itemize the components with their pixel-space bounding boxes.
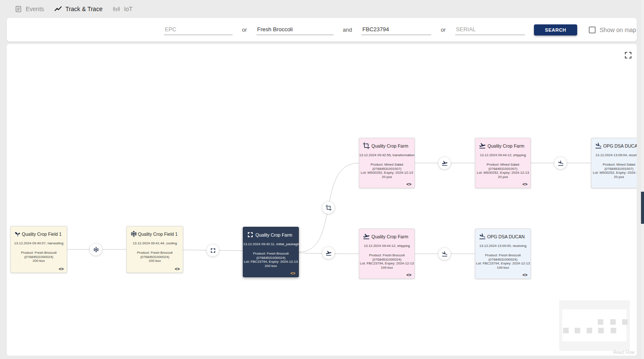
flow-node-initial-packaging[interactable]: Quality Crop Farm 13.12.2024 09:42:11, i… (243, 227, 299, 277)
vertical-scrollbar (641, 0, 644, 359)
node-title: OPG DSA DUCAN (481, 234, 525, 239)
react-flow-attribution[interactable]: React Flow (613, 350, 635, 355)
product-input[interactable] (256, 25, 334, 35)
minimap-node (587, 328, 592, 333)
node-title: Quality Crop Farm (366, 234, 408, 239)
minimap-node (610, 319, 616, 325)
node-details: Product: Mixed Salad(07684531001007)Lot:… (359, 163, 414, 179)
node-title: Quality Crop Field 1 (16, 231, 62, 237)
edge-icon-plane-takeoff[interactable] (438, 157, 451, 169)
flow-node-receiving-broccoli[interactable]: OPG DSA DUCAN 13.12.2024 13:00:00, recei… (475, 228, 531, 279)
code-icon[interactable]: <> (175, 267, 180, 271)
scrollbar-thumb[interactable] (641, 192, 644, 224)
snowflake-icon (130, 230, 137, 237)
flow-node-shipping-salad[interactable]: Quality Crop Farm 13.12.2024 09:44:12, s… (475, 138, 531, 188)
plane-landing-icon (479, 233, 486, 240)
tab-iot[interactable]: IoT (113, 5, 132, 13)
flow-node-receiving-salad[interactable]: OPG DSA DUCAN 13.12.2024 13:05:04, recei… (591, 138, 637, 188)
node-timestamp: 13.12.2024 09:44:12, shipping (359, 244, 414, 248)
connector-or-1: or (242, 27, 247, 33)
plane-takeoff-icon (363, 233, 370, 240)
node-details: Product: Fresh Broccoli(07684531000024)L… (475, 253, 531, 270)
connector-and: and (343, 27, 352, 33)
tab-events-label: Events (26, 6, 44, 12)
node-title: OPG DSA DUCAN (597, 143, 637, 148)
flow-node-shipping-broccoli[interactable]: Quality Crop Farm 13.12.2024 09:44:12, s… (359, 228, 415, 279)
edge-icon-plane-landing-2[interactable] (438, 247, 451, 260)
minimap-node (575, 328, 580, 333)
edge-icon-transformation-crop[interactable] (322, 201, 335, 214)
edge-icon-packaging[interactable] (206, 244, 219, 257)
code-icon[interactable]: <> (406, 273, 411, 277)
flow-edges (7, 44, 637, 356)
node-timestamp: 13.12.2024 13:00:00, receiving (475, 244, 531, 248)
node-title: Quality Crop Farm (250, 232, 292, 237)
plane-takeoff-icon (479, 142, 486, 149)
tab-track-trace-label: Track & Trace (66, 6, 103, 12)
package-corners-icon (247, 231, 254, 238)
lot-input[interactable] (361, 25, 431, 35)
node-details: Product: Fresh Broccoli(07684531000024)L… (359, 253, 414, 270)
tab-track-and-trace[interactable]: Track & Trace (54, 5, 103, 13)
flow-node-transformation[interactable]: Quality Crop Farm 13.12.2024 09:42:55, t… (359, 138, 415, 188)
iot-broadcast-icon (113, 5, 120, 13)
node-details: Product: Mixed Salad(07684531001007)Lot:… (591, 163, 637, 179)
node-timestamp: 13.12.2024 09:42:11, initial_packaging (243, 242, 298, 246)
edge-icon-plane-takeoff-2[interactable] (322, 246, 335, 259)
node-details: Product: Fresh Broccoli(07684531000024)2… (11, 251, 67, 263)
code-icon[interactable]: <> (522, 273, 528, 277)
flow-minimap[interactable] (559, 300, 630, 351)
minimap-node (563, 328, 569, 333)
show-on-map-label: Show on map (599, 27, 636, 33)
minimap-node (598, 328, 604, 333)
flow-canvas[interactable]: Quality Crop Field 1 13.12.2024 09:40:07… (7, 44, 637, 356)
tab-iot-label: IoT (124, 6, 132, 12)
serial-input[interactable] (455, 25, 525, 35)
node-details: Product: Fresh Broccoli(07684531000024)2… (127, 251, 183, 263)
top-navigation: Events Track & Trace IoT (0, 0, 644, 18)
node-timestamp: 13.12.2024 09:41:44, cooling (127, 241, 183, 245)
minimap-node (598, 319, 603, 325)
node-timestamp: 13.12.2024 09:40:07, harvesting (11, 241, 67, 245)
node-title: Quality Crop Farm (482, 143, 525, 148)
code-icon[interactable]: <> (406, 182, 411, 187)
show-on-map-toggle[interactable]: Show on map (589, 27, 636, 33)
code-icon[interactable]: <> (522, 182, 528, 187)
minimap-viewport (562, 309, 626, 341)
flow-node-cooling[interactable]: Quality Crop Field 1 13.12.2024 09:41:44… (126, 226, 183, 273)
show-on-map-checkbox[interactable] (589, 27, 596, 33)
node-title: Quality Crop Farm (366, 143, 408, 148)
epc-input[interactable] (164, 25, 233, 35)
tab-events[interactable]: Events (15, 5, 44, 13)
plane-landing-icon (595, 142, 602, 149)
events-calendar-icon (15, 5, 22, 13)
edge-icon-cooling-snowflake[interactable] (89, 243, 102, 256)
node-timestamp: 13.12.2024 09:44:12, shipping (475, 153, 531, 157)
node-title: Quality Crop Field 1 (132, 231, 178, 237)
code-icon[interactable]: <> (59, 267, 64, 271)
connector-or-2: or (441, 27, 446, 33)
search-button[interactable]: SEARCH (534, 24, 577, 36)
search-panel: or and or SEARCH Show on map (7, 18, 637, 42)
fullscreen-icon[interactable] (624, 51, 632, 59)
sprout-harvest-icon (14, 230, 21, 237)
crop-transform-icon (363, 142, 370, 149)
minimap-node (611, 328, 616, 333)
node-details: Product: Fresh Broccoli(07684531000024)L… (243, 252, 298, 268)
track-trace-zigzag-icon (54, 5, 62, 13)
node-details: Product: Mixed Salad(07684531001007)Lot:… (475, 163, 531, 179)
minimap-node (622, 319, 628, 325)
node-timestamp: 13.12.2024 09:42:55, transformation (359, 153, 414, 157)
edge-icon-plane-landing[interactable] (554, 157, 567, 169)
flow-node-harvesting[interactable]: Quality Crop Field 1 13.12.2024 09:40:07… (10, 226, 67, 273)
code-icon[interactable]: <> (290, 271, 295, 276)
node-timestamp: 13.12.2024 13:05:04, receiving (591, 153, 637, 157)
